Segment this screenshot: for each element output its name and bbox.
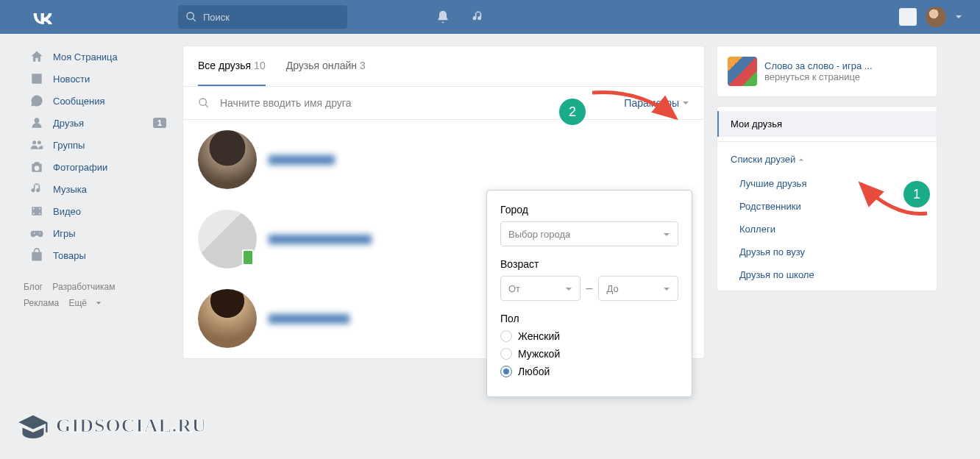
radio-icon [500,366,512,377]
menu-my-friends[interactable]: Мои друзья [717,111,937,137]
graduation-cap-icon [15,408,52,444]
search-input[interactable] [178,5,347,29]
friend-lists-header[interactable]: Списки друзей [717,146,937,172]
nav-label: Музыка [53,184,87,195]
friend-avatar[interactable] [198,210,257,268]
annotation-badge-1: 1 [903,181,930,207]
age-label: Возраст [500,258,678,270]
tab-all-friends[interactable]: Все друзья10 [198,46,266,86]
watermark: GIDSOCIAL.RU [15,408,207,444]
nav-label: Моя Страница [53,51,118,63]
message-icon [29,93,44,108]
online-indicator [242,249,254,266]
radio-icon [500,330,512,342]
nav-video[interactable]: Видео [24,200,171,222]
nav-label: Товары [53,250,86,261]
left-sidebar: Моя Страница Новости Сообщения Друзья1 Г… [24,46,171,359]
radio-label: Мужской [518,348,560,360]
tab-count: 3 [360,60,366,71]
nav-label: Друзья [53,118,84,129]
tab-count: 10 [254,60,266,71]
tab-label: Друзья онлайн [286,60,357,71]
list-school-friends[interactable]: Друзья по школе [717,263,937,286]
nav-music[interactable]: Музыка [24,178,171,200]
header-icons [436,10,486,24]
nav-messages[interactable]: Сообщения [24,90,171,112]
nav-news[interactable]: Новости [24,68,171,90]
friend-name-blur [269,235,372,244]
market-icon [29,248,44,263]
footer-devs[interactable]: Разработчикам [52,282,115,292]
music-nav-icon [29,182,44,196]
friend-row[interactable] [183,120,704,199]
mini-app-icon[interactable] [899,8,917,26]
city-label: Город [500,204,678,216]
chevron-up-icon [798,157,804,163]
nav-photos[interactable]: Фотографии [24,156,171,178]
nav-label: Новости [53,74,90,85]
friends-icon [29,115,44,130]
nav-friends[interactable]: Друзья1 [24,112,171,134]
tabs: Все друзья10 Друзья онлайн3 [183,46,704,87]
footer-more[interactable]: Ещё [68,298,87,308]
friend-avatar[interactable] [198,130,257,189]
nav-groups[interactable]: Группы [24,134,171,156]
news-icon [29,71,44,86]
annotation-badge-2: 2 [559,99,586,125]
dash: – [586,282,593,295]
app-title: Слово за слово - игра ... [764,60,873,71]
top-header [0,0,980,34]
nav-games[interactable]: Игры [24,222,171,244]
footer-blog[interactable]: Блог [24,282,43,292]
user-avatar[interactable] [926,7,946,27]
friend-name-blur [269,314,349,324]
chevron-down-icon [565,285,572,293]
watermark-text: GIDSOCIAL.RU [56,415,207,437]
home-icon [29,49,44,64]
age-to-select[interactable]: До [598,276,678,301]
gender-any[interactable]: Любой [500,366,678,377]
friends-badge: 1 [153,118,166,128]
friend-avatar[interactable] [198,289,257,348]
header-search [178,5,347,29]
gender-female[interactable]: Женский [500,330,678,342]
city-select[interactable]: Выбор города [500,221,678,246]
list-uni-friends[interactable]: Друзья по вузу [717,241,937,263]
header-right [899,7,962,27]
groups-icon [29,138,44,152]
radio-icon [500,348,512,360]
gender-male[interactable]: Мужской [500,348,678,360]
chevron-down-icon[interactable] [955,13,962,21]
nav-label: Видео [53,206,81,217]
nav-label: Фотографии [53,162,107,173]
annotation-arrow-2 [589,85,684,129]
nav-my-page[interactable]: Моя Страница [24,46,171,68]
select-placeholder: От [508,283,520,294]
nav-market[interactable]: Товары [24,244,171,266]
gender-label: Пол [500,313,678,324]
age-from-select[interactable]: От [500,276,580,301]
search-icon [198,97,210,109]
footer-ads[interactable]: Реклама [24,298,59,308]
friend-name-blur [269,155,335,165]
app-return-box[interactable]: Слово за слово - игра ... вернуться к ст… [717,46,937,97]
sidebar-footer: Блог Разработчикам Реклама Ещё [24,280,171,311]
camera-icon [29,160,44,174]
music-icon[interactable] [471,10,486,24]
nav-label: Игры [53,228,76,239]
radio-label: Женский [518,330,560,342]
app-subtitle: вернуться к странице [764,71,873,82]
select-placeholder: До [606,283,618,294]
vk-logo-icon[interactable] [29,10,54,24]
nav-label: Группы [53,140,85,151]
list-header-label: Списки друзей [731,154,795,165]
select-placeholder: Выбор города [508,229,570,240]
tab-online-friends[interactable]: Друзья онлайн3 [286,46,366,86]
chevron-down-icon [663,231,670,238]
nav-label: Сообщения [53,96,105,107]
chevron-down-icon [663,285,670,293]
search-icon [185,11,197,23]
games-icon [29,226,44,241]
notifications-icon[interactable] [436,10,450,24]
video-icon [29,204,44,218]
